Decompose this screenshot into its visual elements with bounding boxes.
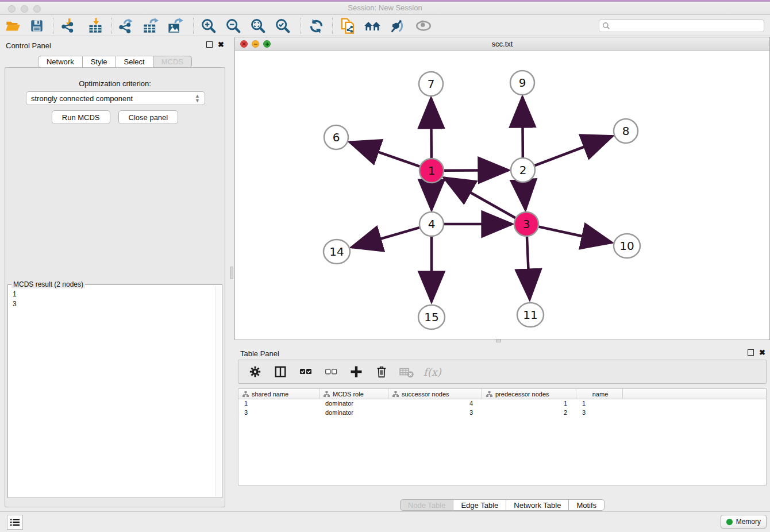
criterion-select[interactable]: strongly connected component ▲▼ — [26, 91, 205, 105]
table-row[interactable]: 1dominator411 — [238, 399, 766, 408]
search-field[interactable] — [599, 20, 764, 32]
delete-table-icon[interactable] — [398, 363, 415, 380]
delete-column-icon[interactable] — [373, 363, 390, 380]
column-header-name[interactable]: name — [576, 389, 623, 399]
table-cell[interactable]: 4 — [388, 399, 482, 408]
edge-3-10[interactable] — [538, 227, 611, 243]
edge-1-2[interactable] — [444, 170, 509, 171]
float-table-panel-icon[interactable] — [748, 349, 754, 356]
result-scrollbar[interactable] — [215, 286, 221, 496]
memory-status-icon — [726, 519, 733, 525]
table-cell[interactable]: 3 — [238, 408, 319, 418]
edge-1-6[interactable] — [350, 142, 420, 166]
zoom-out-icon[interactable] — [224, 17, 243, 35]
tab-style[interactable]: Style — [83, 56, 116, 68]
zoom-fit-icon[interactable] — [248, 17, 268, 35]
zoom-in-icon[interactable] — [199, 17, 218, 35]
network-canvas[interactable]: 7968124314101511 — [235, 51, 769, 340]
save-session-icon[interactable] — [27, 17, 47, 35]
float-panel-icon[interactable] — [206, 41, 213, 48]
node-8[interactable]: 8 — [614, 119, 638, 143]
first-neighbors-icon[interactable] — [363, 17, 382, 35]
close-panel-icon[interactable]: ✖ — [218, 41, 224, 48]
deselect-all-icon[interactable] — [322, 363, 340, 380]
mcds-result-text[interactable]: 1 3 — [8, 287, 222, 497]
node-9[interactable]: 9 — [510, 71, 534, 95]
table-body: 1dominator4113dominator323 — [238, 399, 766, 418]
edge-3-1[interactable] — [444, 178, 515, 218]
edge-2-3[interactable] — [523, 183, 525, 210]
edge-1-7[interactable] — [431, 98, 432, 158]
column-header-shared-name[interactable]: shared name — [238, 389, 319, 399]
export-network-icon[interactable] — [116, 17, 136, 35]
tab-select[interactable]: Select — [116, 56, 153, 68]
column-type-icon — [242, 391, 249, 397]
splitter-handle[interactable] — [230, 267, 233, 279]
node-1[interactable]: 1 — [419, 159, 444, 183]
tab-network-table[interactable]: Network Table — [506, 499, 569, 511]
table-cell[interactable]: dominator — [319, 408, 388, 418]
edge-2-9[interactable] — [522, 97, 523, 157]
edge-3-11[interactable] — [527, 237, 530, 299]
node-15[interactable]: 15 — [418, 305, 445, 329]
open-session-icon[interactable] — [3, 17, 22, 35]
tab-edge-table[interactable]: Edge Table — [453, 499, 506, 511]
import-network-icon[interactable] — [59, 17, 78, 35]
column-view-icon[interactable] — [272, 363, 289, 380]
control-panel-tabs: NetworkStyleSelectMCDS — [0, 56, 230, 68]
tab-network[interactable]: Network — [38, 56, 83, 68]
table-row[interactable]: 3dominator323 — [238, 408, 766, 418]
table-cell[interactable]: 2 — [482, 408, 576, 418]
network-from-selection-icon[interactable] — [338, 17, 357, 35]
svg-text:8: 8 — [622, 124, 630, 138]
status-bar: Memory — [0, 511, 770, 532]
table-cell[interactable]: 3 — [576, 408, 623, 418]
select-all-icon[interactable] — [297, 363, 314, 380]
hide-selected-icon[interactable] — [387, 17, 407, 35]
search-input[interactable] — [610, 21, 764, 30]
close-panel-button[interactable]: Close panel — [118, 110, 179, 124]
network-graph[interactable]: 7968124314101511 — [235, 51, 769, 340]
node-11[interactable]: 11 — [517, 303, 544, 327]
refresh-icon[interactable] — [306, 17, 326, 35]
close-table-panel-icon[interactable]: ✖ — [759, 349, 765, 356]
column-header-MCDS-role[interactable]: MCDS role — [319, 389, 388, 399]
table-cell[interactable]: 3 — [388, 408, 482, 418]
toolbar-separator — [301, 18, 301, 34]
import-table-icon[interactable] — [86, 17, 105, 35]
node-10[interactable]: 10 — [614, 234, 640, 258]
table-cell[interactable]: 1 — [576, 399, 623, 408]
node-6[interactable]: 6 — [324, 125, 348, 149]
node-14[interactable]: 14 — [324, 240, 350, 264]
criterion-value: strongly connected component — [31, 94, 133, 103]
horizontal-splitter-handle[interactable] — [496, 339, 501, 342]
export-table-icon[interactable] — [141, 17, 160, 35]
vertical-splitter[interactable] — [230, 37, 234, 511]
zoom-selected-icon[interactable] — [273, 17, 292, 35]
add-column-icon[interactable] — [348, 363, 365, 380]
accent-strip — [0, 0, 770, 2]
table-settings-icon[interactable] — [247, 363, 264, 380]
task-history-button[interactable] — [7, 515, 23, 530]
function-builder-icon[interactable]: f(x) — [424, 366, 441, 378]
network-window-titlebar[interactable]: scc.txt — [235, 37, 769, 51]
export-image-icon[interactable] — [165, 17, 185, 35]
network-title: scc.txt — [235, 40, 769, 48]
show-all-icon[interactable] — [414, 17, 433, 35]
node-7[interactable]: 7 — [419, 72, 443, 96]
table-cell[interactable]: 1 — [482, 399, 576, 408]
tab-mcds[interactable]: MCDS — [153, 56, 192, 68]
run-mcds-button[interactable]: Run MCDS — [52, 110, 110, 124]
edge-4-14[interactable] — [352, 228, 419, 247]
column-header-successor-nodes[interactable]: successor nodes — [388, 389, 482, 399]
node-4[interactable]: 4 — [419, 212, 444, 236]
tab-motifs[interactable]: Motifs — [569, 499, 605, 511]
table-cell[interactable]: dominator — [319, 399, 388, 408]
memory-button[interactable]: Memory — [721, 515, 767, 529]
table-cell[interactable]: 1 — [238, 399, 319, 408]
tab-node-table[interactable]: Node Table — [400, 499, 454, 511]
node-2[interactable]: 2 — [511, 158, 535, 182]
node-3[interactable]: 3 — [514, 212, 538, 236]
edge-2-8[interactable] — [535, 136, 613, 165]
column-header-predecessor-nodes[interactable]: predecessor nodes — [482, 389, 576, 399]
